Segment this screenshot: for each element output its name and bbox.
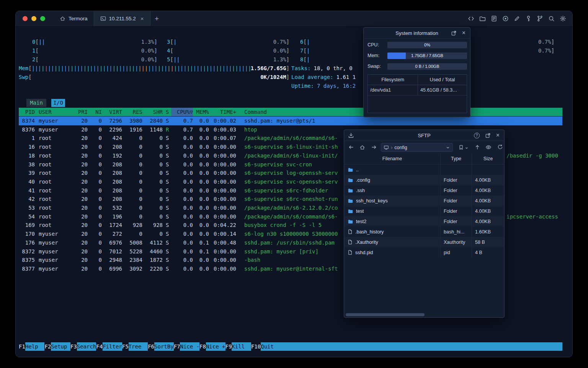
forward-icon[interactable] (371, 144, 377, 150)
sftp-row-..[interactable]: .. (344, 164, 504, 175)
sftp-row-.bash_history[interactable]: .bash_historybash_hi...1.60KB (344, 227, 504, 237)
sftp-row-sshd.pid[interactable]: sshd.pidpid4 B (344, 247, 504, 258)
process-cell: 170 (19, 230, 35, 238)
open-in-new-window-icon[interactable] (451, 30, 457, 36)
fkey-f1: F1 (19, 342, 25, 351)
sftp-row-.ssh[interactable]: .sshFolder4.00KB (344, 185, 504, 196)
fkey-action-kill[interactable]: Kill (232, 342, 251, 351)
fkey-action-tree[interactable]: Tree (129, 342, 148, 351)
column-header-user[interactable]: USER (39, 108, 73, 116)
fkey-action-search[interactable]: Search (77, 342, 96, 351)
type-column-header[interactable]: Type (440, 154, 472, 164)
log-icon[interactable] (491, 15, 497, 22)
process-cell: 42 (19, 195, 35, 204)
key-icon[interactable] (525, 15, 532, 22)
tab-session[interactable]: 10.211.55.2 × (94, 11, 150, 26)
fkey-action-quit[interactable]: Quit (261, 342, 280, 351)
column-header-s[interactable]: S (166, 108, 171, 116)
process-cell: 0 (124, 169, 142, 177)
home-icon[interactable] (359, 145, 365, 150)
column-header-shr[interactable]: SHR (144, 108, 163, 116)
scrollbar-thumb[interactable] (346, 313, 425, 316)
edit-icon[interactable] (514, 15, 520, 22)
refresh-icon[interactable] (497, 144, 503, 150)
record-icon[interactable] (502, 15, 509, 22)
fkey-action-setup[interactable]: Setup (51, 342, 70, 351)
file-type: Folder (440, 196, 472, 206)
process-cell: 0.0 (171, 151, 193, 160)
sftp-title: SFTP (344, 133, 504, 138)
fkey-action-filter[interactable]: Filter (103, 342, 122, 351)
folder-icon (348, 219, 353, 224)
process-cell: 0.0 (171, 160, 193, 169)
process-cell: myuser (39, 125, 73, 134)
horizontal-scrollbar[interactable] (346, 313, 503, 316)
new-tab-button[interactable]: + (150, 11, 163, 26)
show-hidden-eye-icon[interactable] (485, 144, 492, 150)
bookmark-icon[interactable] (458, 145, 464, 150)
screen-tab-main[interactable]: Main (26, 99, 46, 107)
file-size: 4 B (472, 247, 504, 258)
process-cell: myuser (39, 247, 73, 256)
fkey-action-nice+[interactable]: Nice + (206, 342, 225, 351)
transfers-icon[interactable] (348, 132, 354, 138)
column-header-time[interactable]: TIME+ (209, 108, 236, 116)
process-cell: 0 (144, 160, 163, 169)
process-cell: 0:00.02 (209, 117, 236, 125)
command-overflow-fragment: /basedir -g 3000 (506, 151, 558, 160)
close-icon[interactable]: × (462, 30, 466, 36)
open-in-new-window-icon[interactable] (485, 133, 491, 138)
sftp-row-ssh_host_keys[interactable]: ssh_host_keysFolder4.00KB (344, 196, 504, 206)
search-icon[interactable] (548, 15, 555, 22)
folder-icon[interactable] (479, 15, 486, 22)
path-dropdown-caret-icon[interactable] (446, 145, 450, 150)
up-directory-icon[interactable] (474, 144, 480, 150)
process-cell: 0 (89, 230, 102, 238)
cpu-meter-column-3: 6[|7[|8[| (300, 38, 363, 64)
tab-home[interactable]: Termora (54, 11, 94, 26)
back-icon[interactable] (348, 144, 354, 150)
column-header-pid[interactable]: PID (19, 108, 35, 116)
column-header-pri[interactable]: PRI (73, 108, 88, 116)
close-window-button[interactable] (23, 16, 28, 21)
process-cell: 39 (19, 169, 35, 177)
process-cell: 20 (73, 212, 88, 221)
close-tab-icon[interactable]: × (140, 16, 144, 21)
fkey-action-sortby[interactable]: SortBy (154, 342, 174, 351)
column-header-virt[interactable]: VIRT (103, 108, 122, 116)
process-row-8374[interactable]: 8374myuser200729639802840S0.70.00:00.02s… (19, 117, 562, 125)
size-column-header[interactable]: Size (472, 154, 504, 164)
process-cell: 6976 (103, 238, 122, 247)
bookmark-caret-icon[interactable] (465, 146, 469, 150)
zoom-window-button[interactable] (40, 16, 45, 21)
settings-icon[interactable] (560, 15, 566, 22)
column-header-cpu[interactable]: CPU%▽ (171, 108, 193, 116)
file-name: test (356, 209, 364, 214)
fkey-action-nice-[interactable]: Nice - (180, 342, 199, 351)
sftp-row-.config[interactable]: .configFolder4.00KB (344, 175, 504, 185)
sftp-row-test[interactable]: testFolder4.00KB (344, 206, 504, 216)
process-cell: S (166, 160, 171, 169)
column-header-res[interactable]: RES (124, 108, 142, 116)
branch-icon[interactable] (537, 15, 543, 22)
code-icon[interactable] (468, 15, 474, 22)
computer-icon (384, 145, 389, 150)
sftp-row-.Xauthority[interactable]: .XauthorityXauthority58 B (344, 237, 504, 247)
filename-column-header[interactable]: Filename (344, 154, 440, 164)
process-cell: S (166, 247, 171, 256)
screen-tab-io[interactable]: I/O (51, 99, 65, 107)
memory-meter-label: Mem (19, 64, 28, 73)
path-breadcrumb[interactable]: › config (381, 143, 453, 152)
close-icon[interactable]: × (496, 132, 500, 138)
file-type: bash_hi... (440, 227, 472, 237)
cpu-meter-8: 8[| (300, 55, 363, 64)
column-header-mem[interactable]: MEM% (193, 108, 209, 116)
minimize-window-button[interactable] (31, 16, 36, 21)
folder-icon (348, 188, 353, 193)
help-icon[interactable]: ? (474, 133, 480, 138)
filesystem-name: /dev/vda1 (368, 87, 418, 93)
sftp-row-test2[interactable]: test2Folder4.00KB (344, 216, 504, 227)
column-header-ni[interactable]: NI (89, 108, 102, 116)
system-information-panel: System information × CPU: 0% Mem: 1.75GB… (363, 27, 470, 117)
fkey-action-help[interactable]: Help (25, 342, 45, 351)
